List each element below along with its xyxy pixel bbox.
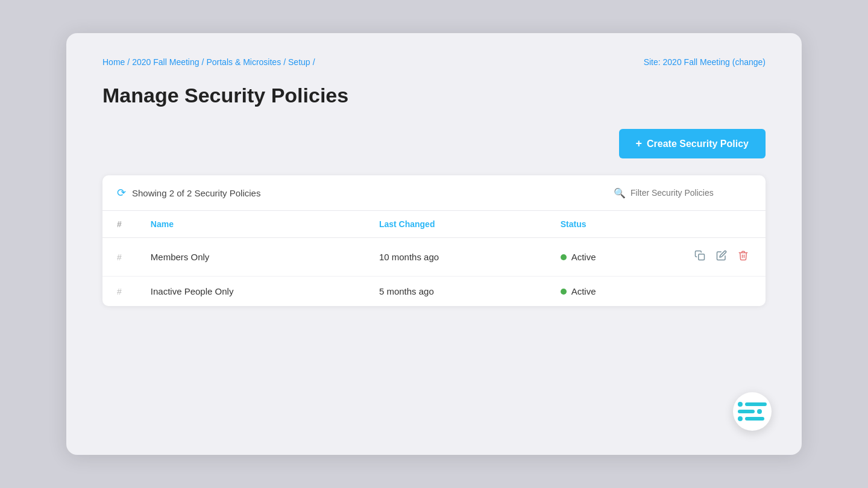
- col-status[interactable]: Status: [546, 211, 678, 238]
- site-info: Site: 2020 Fall Meeting (change): [644, 57, 766, 67]
- row-1-actions: [678, 238, 766, 277]
- breadcrumb-sep-3: /: [283, 57, 286, 67]
- status-text-2: Active: [571, 286, 596, 296]
- svg-rect-0: [699, 254, 705, 260]
- row-2-name: Inactive People Only: [136, 277, 365, 307]
- breadcrumb-home[interactable]: Home: [102, 57, 125, 67]
- row-2-hash: #: [102, 277, 136, 307]
- filter-container: 🔍: [614, 187, 751, 199]
- edit-button[interactable]: [714, 248, 729, 266]
- breadcrumb-sep-4: /: [313, 57, 315, 67]
- delete-button[interactable]: [735, 248, 751, 266]
- table-row: # Inactive People Only 5 months ago Acti…: [102, 277, 766, 307]
- refresh-icon[interactable]: ⟳: [117, 186, 126, 199]
- table-header-row: # Name Last Changed Status: [102, 211, 766, 238]
- copy-button[interactable]: [692, 248, 708, 266]
- site-label: Site:: [644, 57, 661, 67]
- breadcrumb-meeting[interactable]: 2020 Fall Meeting: [132, 57, 199, 67]
- row-2-actions: [678, 277, 766, 307]
- showing-text-label: Showing 2 of 2 Security Policies: [132, 188, 260, 198]
- row-1-status: Active: [546, 238, 678, 277]
- breadcrumb-sep-2: /: [202, 57, 204, 67]
- status-text: Active: [571, 252, 596, 262]
- showing-count: ⟳ Showing 2 of 2 Security Policies: [117, 186, 260, 199]
- create-security-policy-button[interactable]: + Create Security Policy: [619, 129, 766, 158]
- status-dot-active: [561, 254, 567, 260]
- col-hash: #: [102, 211, 136, 238]
- main-window: Home / 2020 Fall Meeting / Portals & Mic…: [66, 33, 802, 455]
- table-row: # Members Only 10 months ago Active: [102, 238, 766, 277]
- breadcrumb-setup[interactable]: Setup: [288, 57, 310, 67]
- col-last-changed[interactable]: Last Changed: [365, 211, 546, 238]
- create-button-label: Create Security Policy: [647, 139, 749, 149]
- chatbot-widget[interactable]: [733, 392, 772, 431]
- row-1-name: Members Only: [136, 238, 365, 277]
- chatbot-inner: [733, 396, 772, 427]
- site-name: 2020 Fall Meeting: [663, 57, 730, 67]
- policies-table: # Name Last Changed Status # Members Onl…: [102, 211, 766, 306]
- status-dot-active-2: [561, 289, 567, 295]
- breadcrumb-sep-1: /: [127, 57, 130, 67]
- row-1-hash: #: [102, 238, 136, 277]
- row-1-last-changed: 10 months ago: [365, 238, 546, 277]
- filter-input[interactable]: [631, 188, 751, 198]
- breadcrumb-portals[interactable]: Portals & Microsites: [206, 57, 281, 67]
- col-actions: [678, 211, 766, 238]
- row-2-status: Active: [546, 277, 678, 307]
- policies-table-container: ⟳ Showing 2 of 2 Security Policies 🔍 # N…: [102, 175, 766, 306]
- plus-icon: +: [636, 137, 643, 150]
- site-change[interactable]: (change): [732, 57, 766, 67]
- row-2-last-changed: 5 months ago: [365, 277, 546, 307]
- table-header-bar: ⟳ Showing 2 of 2 Security Policies 🔍: [102, 175, 766, 211]
- col-name[interactable]: Name: [136, 211, 365, 238]
- page-title: Manage Security Policies: [102, 84, 766, 107]
- search-icon: 🔍: [614, 187, 626, 199]
- action-bar: + Create Security Policy: [102, 129, 766, 175]
